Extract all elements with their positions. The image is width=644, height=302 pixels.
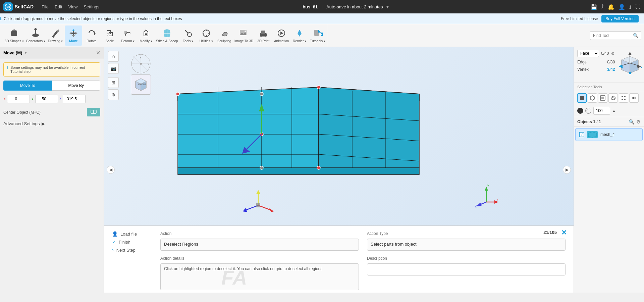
notification-icon[interactable]: 🔔 — [608, 4, 614, 10]
panel-close-button[interactable]: ✕ — [96, 50, 100, 56]
save-icon[interactable]: 💾 — [590, 4, 597, 10]
user-icon[interactable]: 👤 — [619, 4, 625, 10]
svg-marker-7 — [34, 28, 37, 31]
brush-size-up[interactable]: ▲ — [612, 109, 616, 113]
nav-cube[interactable]: FRONT — [131, 74, 151, 95]
home-button[interactable]: ⌂ — [108, 51, 119, 62]
view-menu[interactable]: View — [65, 3, 80, 11]
svg-marker-9 — [72, 29, 75, 31]
toolbar-tools[interactable]: Tools ▾ — [179, 26, 197, 46]
object-checkbox[interactable] — [579, 132, 584, 137]
toolbar-render-label: Render ▾ — [293, 39, 307, 43]
toolbar-scale[interactable]: Scale — [101, 26, 118, 46]
sel-face-button[interactable] — [598, 93, 607, 103]
tutorial-close-button[interactable]: ✕ — [561, 229, 567, 237]
zoom-button[interactable]: ⊕ — [108, 89, 119, 100]
face-settings-icon[interactable]: ⚙ — [611, 51, 615, 56]
toolbar-modify[interactable]: Modify ▾ — [137, 26, 155, 46]
face-edge-vertex-info: FaceEdgeVertex 0/40 ⚙ Edge 0/80 Vertex 3… — [577, 50, 615, 72]
advanced-settings-row[interactable]: Advanced Settings ▶ — [3, 121, 100, 126]
toolbar-move[interactable]: Move — [65, 26, 82, 46]
svg-point-120 — [622, 99, 623, 100]
action-label: Action — [160, 231, 359, 236]
objects-search-icon[interactable]: 🔍 — [629, 119, 634, 124]
toolbar-animation[interactable]: Animation — [273, 26, 290, 46]
selection-tools-row1 — [574, 91, 644, 105]
object-item-mesh4[interactable]: mesh_4 — [575, 128, 643, 141]
svg-rect-19 — [124, 31, 127, 34]
sel-hex-button[interactable] — [588, 93, 597, 103]
toolbar-render[interactable]: Render ▾ — [291, 26, 308, 46]
toolbar-stitch[interactable]: Stitch & Scoop — [155, 26, 179, 46]
panel-title-arrow[interactable]: ▼ — [24, 51, 27, 55]
find-tool-search-button[interactable]: 🔍 — [630, 31, 641, 40]
generators-icon — [30, 28, 41, 39]
brush-size-input[interactable] — [593, 107, 610, 115]
svg-line-18 — [107, 31, 112, 36]
svg-text:Y: Y — [140, 56, 141, 59]
viewport[interactable]: ⌂ 📷 ◀ ▶ Y X — [104, 47, 574, 293]
edge-label: Edge — [577, 60, 587, 64]
svg-point-76 — [317, 166, 320, 169]
toolbar-3dprint[interactable]: 3D Print — [255, 26, 272, 46]
svg-marker-62 — [178, 168, 419, 174]
svg-marker-116 — [612, 97, 614, 99]
settings-menu[interactable]: Settings — [81, 3, 102, 11]
load-file-label: Load file — [120, 232, 137, 237]
share-icon[interactable]: ⤴ — [601, 4, 604, 10]
svg-marker-11 — [69, 32, 71, 35]
objects-settings-icon[interactable]: ⚙ — [636, 119, 641, 124]
move-by-button[interactable]: Move By — [52, 81, 101, 91]
toolbar-animation-label: Animation — [274, 39, 289, 43]
toolbar-deform[interactable]: Deform ▾ — [119, 26, 137, 46]
svg-text:Z: Z — [475, 204, 477, 208]
toolbar-modify-label: Modify ▾ — [140, 39, 152, 43]
center-label: Center Object (M+C) — [3, 110, 41, 115]
center-button[interactable] — [87, 108, 100, 116]
sel-box-button[interactable] — [577, 93, 587, 103]
toolbar-drawing[interactable]: Drawing ▾ — [47, 26, 64, 46]
fullscreen-icon[interactable]: ⛶ — [635, 4, 641, 10]
finish-action[interactable]: ✓ Finish — [112, 239, 152, 245]
collapse-left-button[interactable]: ◀ — [107, 166, 115, 174]
toolbar-utilities[interactable]: Utilities ▾ — [198, 26, 215, 46]
toolbar-sculpting[interactable]: Sculpting — [216, 26, 233, 46]
buy-button[interactable]: Buy Full Version — [601, 15, 639, 22]
face-value: 0/40 — [601, 51, 609, 56]
edit-menu[interactable]: Edit — [52, 3, 65, 11]
svg-marker-112 — [590, 96, 594, 100]
svg-text:Y: Y — [487, 184, 489, 188]
svg-rect-3 — [11, 31, 17, 36]
left-panel: Move (M) ▼ ✕ ℹ Some settings may not be … — [0, 47, 104, 293]
svg-marker-61 — [319, 87, 419, 168]
next-step-action[interactable]: › Next Step — [112, 247, 152, 253]
move-to-button[interactable]: Move To — [3, 81, 52, 91]
sel-wire-button[interactable] — [608, 93, 618, 103]
file-menu[interactable]: File — [39, 3, 51, 11]
toolbar-rotate-label: Rotate — [87, 39, 96, 43]
y-input[interactable] — [35, 95, 58, 103]
svg-rect-43 — [321, 33, 323, 36]
camera-button[interactable]: 📷 — [108, 63, 119, 74]
face-select[interactable]: FaceEdgeVertex — [577, 50, 599, 57]
toolbar-imageto3d[interactable]: Image To 3D — [234, 26, 254, 46]
toolbar-stitch-label: Stitch & Scoop — [156, 39, 178, 43]
toolbar-rotate[interactable]: Rotate — [83, 26, 100, 46]
find-tool-input[interactable] — [590, 31, 630, 40]
toolbar-tutorials[interactable]: Tutorials ▾ — [309, 26, 326, 46]
sel-point-button[interactable] — [619, 93, 628, 103]
info-icon[interactable]: ℹ — [629, 4, 631, 10]
next-step-label: Next Step — [116, 248, 136, 253]
sel-extra1-button[interactable] — [629, 93, 639, 103]
load-file-action[interactable]: 👤 Load file — [112, 231, 152, 237]
toolbar-3dshapes[interactable]: 3D Shapes ▾ — [4, 26, 24, 46]
z-input[interactable] — [63, 95, 86, 103]
infobar-icon: ℹ — [0, 16, 2, 21]
grid-button[interactable]: ⊞ — [108, 77, 119, 88]
svg-text:FRONT: FRONT — [138, 83, 147, 86]
toolbar-generators[interactable]: Generators ▾ — [25, 26, 46, 46]
svg-marker-122 — [588, 132, 596, 137]
vertex-label: Vertex — [577, 67, 589, 72]
x-input[interactable] — [7, 95, 30, 103]
collapse-right-button[interactable]: ▶ — [563, 166, 571, 174]
